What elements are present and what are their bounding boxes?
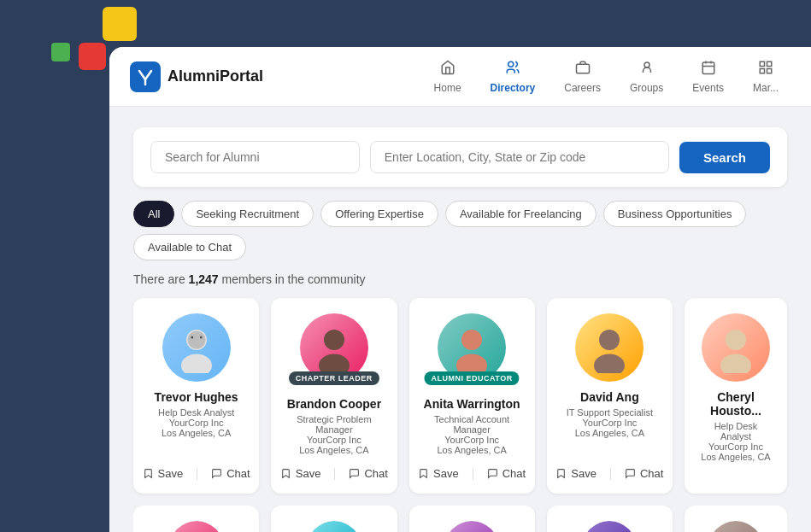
member-company-anita: YourCorp Inc [444, 435, 499, 445]
save-anita-button[interactable]: Save [418, 465, 459, 482]
events-icon [701, 60, 716, 79]
cards-row-1: Trevor Hughes Help Desk Analyst YourCorp… [133, 298, 787, 494]
filter-chip-seeking[interactable]: Seeking Recruitment [181, 201, 314, 227]
avatar-david [575, 313, 644, 382]
save-david-button[interactable]: Save [555, 465, 596, 482]
svg-point-23 [720, 354, 751, 374]
member-card-andre: Andre Bedford [547, 506, 673, 532]
svg-point-17 [319, 354, 350, 374]
careers-icon [575, 60, 591, 79]
member-card-brandon: CHAPTER LEADER Brandon Cooper Strategic … [271, 298, 397, 494]
nav-careers[interactable]: Careers [552, 55, 613, 99]
member-card-bottom-1: ALUMNI LEADER [133, 506, 259, 532]
main-container: AlumniPortal Home Directory Careers [109, 47, 811, 532]
filter-chip-freelancing[interactable]: Available for Freelancing [445, 201, 596, 227]
decorative-red-shape [79, 43, 106, 70]
divider [473, 468, 473, 480]
nav-home[interactable]: Home [422, 55, 473, 99]
svg-point-2 [644, 62, 649, 67]
logo-icon [130, 61, 161, 92]
member-card-bottom-3: ALUMNI LEADER [409, 506, 535, 532]
member-location-anita: Los Angeles, CA [437, 445, 506, 455]
filter-chip-business[interactable]: Business Opportunities [603, 201, 747, 227]
member-card-trevor: Trevor Hughes Help Desk Analyst YourCorp… [133, 298, 259, 494]
svg-rect-8 [767, 61, 771, 66]
member-title-david: IT Support Specialist [567, 407, 653, 418]
svg-point-19 [456, 354, 487, 374]
member-title-cheryl: Help Desk Analyst [698, 421, 773, 441]
member-location-trevor: Los Angeles, CA [162, 428, 231, 438]
svg-rect-3 [702, 62, 714, 74]
member-count: There are 1,247 members in the community [133, 272, 787, 286]
directory-icon [505, 60, 520, 79]
svg-point-21 [594, 354, 625, 374]
save-icon [143, 468, 154, 479]
chat-icon [211, 468, 222, 479]
member-company-david: YourCorp Inc [582, 418, 637, 428]
save-brandon-button[interactable]: Save [280, 465, 321, 482]
avatar-diego [307, 521, 361, 532]
filter-chip-offering[interactable]: Offering Expertise [320, 201, 438, 227]
member-card-jack: Jack Garn... [685, 506, 787, 532]
nav-links: Home Directory Careers Groups [422, 55, 790, 99]
svg-rect-7 [760, 61, 764, 66]
filter-chip-chat[interactable]: Available to Chat [133, 234, 246, 260]
nav-groups-label: Groups [630, 82, 663, 94]
avatar-andre [582, 521, 637, 532]
card-actions-anita: Save Chat [418, 465, 526, 482]
navbar: AlumniPortal Home Directory Careers [109, 47, 811, 107]
member-location-cheryl: Los Angeles, CA [701, 452, 770, 462]
filter-chip-all[interactable]: All [133, 201, 174, 227]
chat-trevor-button[interactable]: Chat [211, 465, 250, 482]
chat-anita-button[interactable]: Chat [487, 465, 526, 482]
save-trevor-button[interactable]: Save [143, 465, 184, 482]
svg-rect-1 [576, 64, 589, 73]
avatar-trevor [162, 313, 231, 382]
member-title-anita: Technical Account Manager [423, 414, 521, 435]
nav-directory[interactable]: Directory [479, 55, 548, 99]
nav-directory-label: Directory [491, 82, 536, 94]
more-icon [758, 60, 773, 79]
nav-events[interactable]: Events [680, 55, 736, 99]
decorative-green-shape [51, 43, 70, 61]
svg-point-13 [187, 331, 205, 349]
search-location-input[interactable] [370, 141, 669, 173]
svg-point-16 [324, 330, 344, 350]
card-actions-brandon: Save Chat [280, 465, 388, 482]
member-name-david: David Ang [580, 390, 639, 404]
chat-david-button[interactable]: Chat [625, 465, 663, 482]
divider [334, 468, 335, 480]
svg-rect-9 [760, 68, 764, 73]
search-button[interactable]: Search [679, 142, 770, 173]
avatar-bottom-3 [444, 521, 499, 532]
member-company-brandon: YourCorp Inc [307, 435, 361, 445]
home-icon [440, 60, 455, 79]
svg-point-18 [461, 330, 482, 350]
avatar-cheryl [702, 313, 770, 382]
divider [197, 468, 197, 480]
member-name-cheryl: Cheryl Housto... [698, 390, 773, 418]
svg-point-20 [599, 330, 620, 350]
svg-point-12 [181, 354, 212, 374]
nav-groups[interactable]: Groups [618, 55, 675, 99]
logo-area: AlumniPortal [130, 61, 263, 92]
search-name-input[interactable] [150, 141, 360, 173]
member-card-anita: ALUMNI EDUCATOR Anita Warrington Technic… [409, 298, 535, 494]
member-name-anita: Anita Warrington [424, 397, 520, 411]
member-title-trevor: Help Desk Analyst [158, 407, 234, 418]
member-card-david: David Ang IT Support Specialist YourCorp… [547, 298, 673, 494]
logo-text: AlumniPortal [167, 67, 263, 85]
member-title-brandon: Strategic Problem Manager [285, 414, 383, 435]
member-name-trevor: Trevor Hughes [155, 390, 238, 404]
card-actions-trevor: Save Chat [143, 465, 250, 482]
card-actions-david: Save Chat [555, 465, 663, 482]
nav-events-label: Events [692, 82, 724, 94]
cards-row-bottom: ALUMNI LEADER Diego Rogriguez ALUM [133, 506, 787, 532]
decorative-yellow-shape [103, 7, 137, 41]
svg-point-0 [508, 61, 514, 67]
search-bar: Search [133, 127, 787, 187]
filter-chips: All Seeking Recruitment Offering Experti… [133, 201, 787, 260]
chat-brandon-button[interactable]: Chat [349, 465, 387, 482]
svg-rect-10 [767, 68, 771, 73]
nav-more[interactable]: Mar... [741, 55, 790, 99]
